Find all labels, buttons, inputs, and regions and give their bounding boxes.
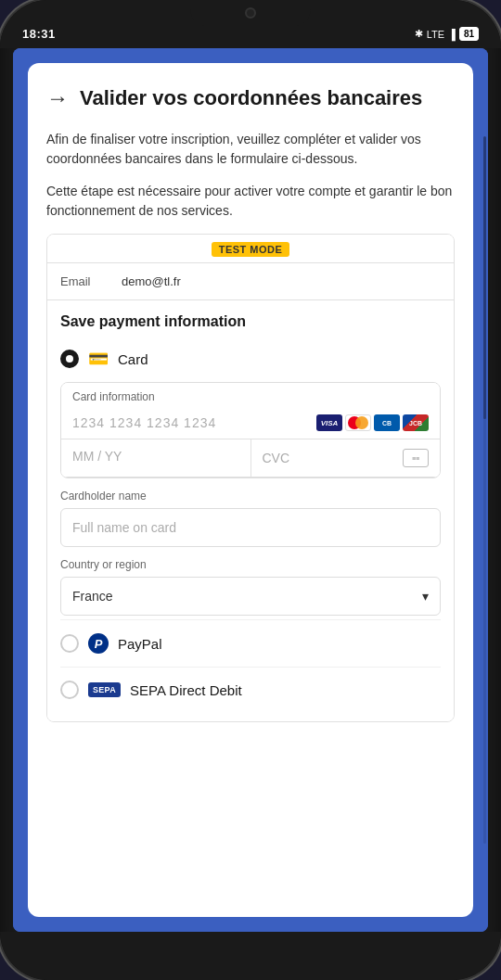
notch (190, 0, 311, 26)
section-title: Save payment information (47, 300, 454, 339)
content-area[interactable]: → Valider vos coordonnées bancaires Afin… (13, 48, 488, 932)
test-mode-bar: TEST MODE (47, 235, 454, 263)
card-info-label: Card information (61, 383, 440, 407)
bluetooth-icon: ✱ (415, 28, 423, 40)
expiry-cvc-row: MM / YY CVC ≡≡ (61, 439, 440, 477)
stripe-widget: TEST MODE Email demo@tl.fr Save payment … (46, 234, 455, 722)
battery-indicator: 81 (459, 27, 479, 41)
email-label: Email (60, 274, 107, 288)
main-card: → Valider vos coordonnées bancaires Afin… (28, 63, 473, 917)
screen: → Valider vos coordonnées bancaires Afin… (13, 48, 488, 932)
page-header: → Valider vos coordonnées bancaires (46, 85, 455, 111)
visa-icon: VISA (316, 414, 342, 431)
sepa-label: SEPA Direct Debit (130, 682, 242, 698)
jcb-icon: JCB (403, 414, 429, 431)
card-option[interactable]: 💳 Card (60, 339, 441, 378)
paypal-label: PayPal (118, 636, 162, 652)
status-icons: ✱ LTE ▐ 81 (415, 27, 479, 41)
sepa-option[interactable]: SEPA SEPA Direct Debit (60, 671, 441, 708)
description-1: Afin de finaliser votre inscription, veu… (46, 130, 455, 169)
cardholder-label: Cardholder name (60, 490, 441, 503)
card-number-input[interactable]: 1234 1234 1234 1234 (72, 415, 309, 430)
cvc-row[interactable]: CVC ≡≡ (251, 439, 441, 477)
divider-2 (60, 667, 441, 668)
status-bar: 18:31 ✱ LTE ▐ 81 (0, 0, 501, 48)
cardholder-input[interactable]: Full name on card (60, 508, 441, 547)
sepa-radio[interactable] (60, 681, 79, 699)
paypal-icon: P (88, 633, 109, 654)
cvc-input[interactable]: CVC (263, 451, 290, 465)
cb-icon: CB (374, 414, 400, 431)
cardholder-placeholder: Full name on card (72, 520, 176, 535)
scrollbar-track (483, 136, 486, 843)
payment-options: 💳 Card Card information 1234 1234 1234 1… (47, 339, 454, 721)
cardholder-section: Cardholder name Full name on card (60, 490, 441, 547)
chevron-down-icon: ▾ (422, 589, 429, 604)
expiry-input[interactable]: MM / YY (61, 439, 251, 477)
login-icon: → (46, 85, 69, 111)
divider-1 (60, 619, 441, 620)
phone-frame: 18:31 ✱ LTE ▐ 81 → Valider vos coordonné… (0, 0, 501, 980)
email-value: demo@tl.fr (122, 274, 181, 288)
card-label: Card (118, 351, 148, 367)
card-form: Card information 1234 1234 1234 1234 VIS… (60, 382, 441, 478)
mastercard-icon (345, 414, 371, 431)
card-payment-icon: 💳 (88, 349, 109, 369)
network-icon: LTE (427, 29, 444, 40)
country-label: Country or region (60, 558, 441, 571)
card-brand-icons: VISA CB JCB (316, 414, 429, 431)
email-row: Email demo@tl.fr (47, 263, 454, 300)
cvc-icon: ≡≡ (403, 449, 429, 467)
scrollbar-thumb[interactable] (483, 136, 486, 419)
country-section: Country or region France ▾ (60, 558, 441, 616)
signal-icon: ▐ (448, 29, 456, 40)
sepa-icon: SEPA (88, 682, 121, 697)
card-number-row[interactable]: 1234 1234 1234 1234 VISA CB JCB (61, 407, 440, 439)
country-select[interactable]: France ▾ (60, 577, 441, 616)
description-2: Cette étape est nécessaire pour activer … (46, 182, 455, 221)
paypal-option[interactable]: P PayPal (60, 624, 441, 663)
camera (245, 7, 256, 19)
test-mode-badge: TEST MODE (212, 242, 290, 257)
page-title: Valider vos coordonnées bancaires (80, 86, 422, 110)
paypal-radio[interactable] (60, 634, 79, 653)
radio-inner (66, 355, 73, 363)
time-display: 18:31 (22, 27, 56, 41)
country-value: France (72, 589, 113, 604)
card-radio[interactable] (60, 350, 79, 368)
